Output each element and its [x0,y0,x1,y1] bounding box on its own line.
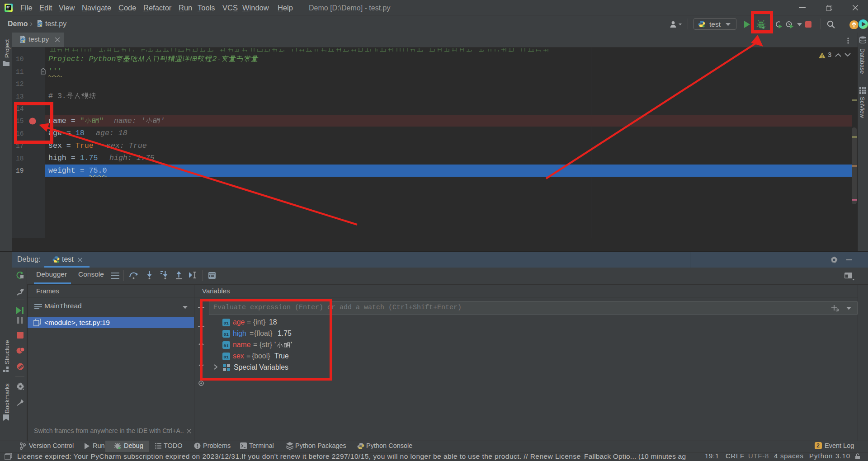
svg-text:PC: PC [6,6,9,9]
